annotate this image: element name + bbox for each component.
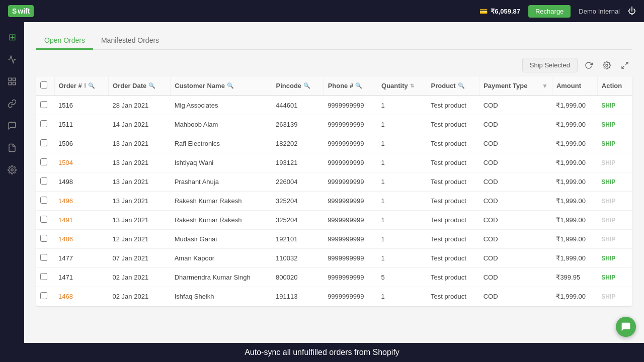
row-checkbox[interactable] — [40, 254, 47, 261]
pincode-search-icon[interactable]: 🔍 — [303, 82, 310, 89]
row-customer-name: Rakesh Kumar Rakesh — [171, 211, 272, 230]
quantity-sort-icon[interactable]: ⇅ — [410, 83, 414, 88]
row-order-id: 1498 — [54, 172, 109, 192]
row-checkbox[interactable] — [40, 120, 47, 127]
row-checkbox-cell — [36, 211, 54, 230]
expand-icon[interactable] — [618, 58, 632, 72]
row-checkbox[interactable] — [40, 292, 47, 299]
customer-search-icon[interactable]: 🔍 — [227, 82, 234, 89]
row-product: Test product — [427, 211, 479, 230]
row-order-date: 02 Jan 2021 — [109, 268, 171, 287]
sidebar-item-chart[interactable] — [3, 50, 21, 68]
row-action: SHIP — [597, 192, 632, 211]
wallet-icon: 💳 — [479, 8, 488, 15]
table-row: 1491 13 Jan 2021 Rakesh Kumar Rakesh 325… — [36, 211, 632, 230]
tab-open-orders[interactable]: Open Orders — [36, 32, 93, 50]
row-payment-type: COD — [479, 172, 552, 192]
sidebar-item-grid[interactable]: ⊞ — [3, 28, 21, 46]
row-phone: 9999999999 — [324, 249, 377, 268]
row-checkbox-cell — [36, 192, 54, 211]
row-order-id: 1516 — [54, 96, 109, 115]
row-pincode: 192101 — [272, 230, 324, 249]
order-date-search-icon[interactable]: 🔍 — [148, 82, 155, 89]
table-row: 1496 13 Jan 2021 Rakesh Kumar Rakesh 325… — [36, 192, 632, 211]
product-search-icon[interactable]: 🔍 — [458, 82, 465, 89]
row-order-id: 1468 — [54, 287, 109, 306]
bottom-banner: Auto-sync all unfulfilled orders from Sh… — [0, 343, 644, 362]
row-quantity: 1 — [377, 115, 427, 134]
tab-manifested-orders[interactable]: Manifested Orders — [93, 32, 167, 50]
row-quantity: 5 — [377, 268, 427, 287]
row-pincode: 325204 — [272, 211, 324, 230]
row-checkbox[interactable] — [40, 216, 47, 223]
column-settings-icon[interactable] — [600, 58, 614, 72]
row-product: Test product — [427, 115, 479, 134]
row-quantity: 1 — [377, 96, 427, 115]
table-toolbar: Ship Selected — [36, 58, 632, 72]
nav-right: 💳 ₹6,059.87 Recharge Demo Internal ⏻ — [479, 5, 636, 18]
top-navigation: S wift 💳 ₹6,059.87 Recharge Demo Interna… — [0, 0, 644, 22]
phone-search-icon[interactable]: 🔍 — [355, 82, 362, 89]
row-checkbox[interactable] — [40, 197, 47, 204]
recharge-button[interactable]: Recharge — [528, 5, 571, 18]
orders-table: Order # ℹ 🔍 Order Date 🔍 Custome — [36, 76, 632, 306]
row-product: Test product — [427, 287, 479, 306]
sidebar-item-apps[interactable] — [3, 72, 21, 90]
row-phone: 9999999999 — [324, 268, 377, 287]
power-icon[interactable]: ⏻ — [628, 7, 636, 16]
row-checkbox[interactable] — [40, 101, 47, 108]
row-order-date: 28 Jan 2021 — [109, 96, 171, 115]
row-order-id: 1504 — [54, 153, 109, 172]
row-quantity: 1 — [377, 153, 427, 172]
svg-rect-3 — [9, 82, 11, 85]
order-id-info-icon[interactable]: ℹ — [84, 82, 86, 89]
row-amount: ₹1,999.00 — [552, 172, 597, 192]
sidebar: ⊞ — [0, 22, 24, 362]
row-action: SHIP — [597, 230, 632, 249]
col-header-product: Product 🔍 — [427, 76, 479, 96]
sidebar-item-message[interactable] — [3, 117, 21, 135]
row-checkbox-cell — [36, 172, 54, 192]
row-customer-name: Mahboob Alam — [171, 115, 272, 134]
row-pincode: 444601 — [272, 96, 324, 115]
chat-button[interactable] — [616, 317, 636, 337]
row-quantity: 1 — [377, 211, 427, 230]
logo-text: wift — [18, 7, 30, 15]
payment-type-filter-icon[interactable]: ▼ — [542, 82, 548, 89]
row-pincode: 263139 — [272, 115, 324, 134]
svg-rect-1 — [13, 78, 16, 80]
row-checkbox[interactable] — [40, 177, 47, 185]
row-customer-name: Mudasir Ganai — [171, 230, 272, 249]
col-header-amount: Amount — [552, 76, 597, 96]
ship-selected-button[interactable]: Ship Selected — [522, 58, 578, 72]
row-product: Test product — [427, 134, 479, 153]
row-checkbox-cell — [36, 96, 54, 115]
bottom-banner-text: Auto-sync all unfulfilled orders from Sh… — [245, 348, 399, 356]
table-row: 1498 13 Jan 2021 Prashant Ahuja 226004 9… — [36, 172, 632, 192]
row-checkbox[interactable] — [40, 235, 47, 242]
row-checkbox[interactable] — [40, 139, 47, 146]
row-pincode: 800020 — [272, 268, 324, 287]
row-product: Test product — [427, 172, 479, 192]
row-order-id: 1496 — [54, 192, 109, 211]
select-all-header — [36, 76, 54, 96]
row-product: Test product — [427, 249, 479, 268]
order-id-search-icon[interactable]: 🔍 — [88, 82, 95, 89]
row-action: SHIP — [597, 268, 632, 287]
row-customer-name: Ishtiyaq Wani — [171, 153, 272, 172]
row-action: SHIP — [597, 211, 632, 230]
row-checkbox[interactable] — [40, 158, 47, 165]
row-checkbox[interactable] — [40, 273, 47, 280]
row-payment-type: COD — [479, 115, 552, 134]
sidebar-item-settings[interactable] — [3, 161, 21, 179]
row-phone: 9999999999 — [324, 287, 377, 306]
row-payment-type: COD — [479, 134, 552, 153]
row-pincode: 191113 — [272, 287, 324, 306]
row-customer-name: Ishfaq Sheikh — [171, 287, 272, 306]
sidebar-item-document[interactable] — [3, 139, 21, 157]
row-customer-name: Mig Associates — [171, 96, 272, 115]
refresh-icon[interactable] — [582, 58, 596, 72]
sidebar-item-link[interactable] — [3, 95, 21, 113]
select-all-checkbox[interactable] — [40, 81, 47, 88]
row-payment-type: COD — [479, 192, 552, 211]
